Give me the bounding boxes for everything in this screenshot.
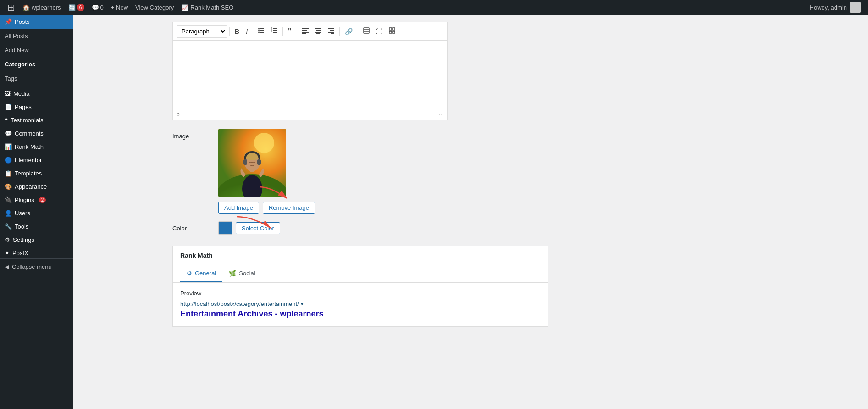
sidebar-item-pages[interactable]: 📄 Pages [0,99,73,112]
all-posts-label: All Posts [5,33,28,39]
url-dropdown-arrow[interactable]: ▾ [301,301,304,307]
color-section: Color Select Color [172,221,448,235]
comments-count: 0 [100,4,104,11]
new-item[interactable]: + New [107,0,132,15]
tab-general[interactable]: ⚙ General [180,265,222,282]
svg-rect-12 [302,28,309,29]
align-left-button[interactable] [299,26,311,37]
rank-math-sidebar-label: Rank Math [15,143,44,150]
svg-point-4 [258,30,260,32]
collapse-icon: ◀ [5,263,9,270]
preview-url: http://localhost/postx/category/entertai… [180,300,541,307]
fullscreen-button[interactable]: ⛶ [373,26,385,37]
sidebar-item-all-posts[interactable]: All Posts [0,29,73,43]
svg-rect-21 [330,30,334,31]
svg-rect-18 [315,32,321,33]
align-right-button[interactable] [325,26,337,37]
sidebar-item-templates[interactable]: 📋 Templates [0,165,73,179]
tab-social[interactable]: 🌿 Social [222,265,261,282]
sidebar-item-tags[interactable]: Tags [0,71,73,86]
ordered-list-button[interactable]: 123 [268,26,280,37]
sidebar-item-tools[interactable]: 🔧 Tools [0,218,73,232]
sidebar-item-categories[interactable]: Categories [0,57,73,71]
social-tab-label: Social [239,270,255,277]
svg-rect-22 [328,32,334,33]
sidebar: 📌 Posts All Posts Add New Categories Tag… [0,15,73,409]
sidebar-item-rank-math[interactable]: 📊 Rank Math [0,139,73,152]
svg-rect-1 [260,30,264,31]
collapse-menu-item[interactable]: ◀ Collapse menu [0,258,73,275]
color-label: Color [172,221,209,232]
sidebar-item-appearance[interactable]: 🎨 Appearance [0,179,73,192]
social-tab-icon: 🌿 [229,270,236,277]
users-icon: 👤 [5,210,12,217]
rank-math-sidebar-icon: 📊 [5,143,12,150]
align-center-button[interactable] [312,26,324,37]
admin-bar: ⊞ 🏠 wplearners 🔄 6 💬 0 + New View Catego… [0,0,868,15]
wp-layout: 📌 Posts All Posts Add New Categories Tag… [0,15,868,409]
color-content: Select Color [218,221,448,235]
svg-rect-30 [393,31,395,33]
wp-logo-item[interactable]: ⊞ [4,0,19,15]
sidebar-item-elementor[interactable]: 🔵 Elementor [0,152,73,165]
svg-rect-15 [302,33,306,34]
comments-item[interactable]: 💬 0 [88,0,107,15]
svg-rect-0 [260,28,264,29]
grid-button[interactable] [386,26,398,37]
site-icon: 🏠 [22,4,30,11]
toolbar-divider-2 [253,27,253,36]
editor-area[interactable] [172,40,448,109]
tags-label: Tags [5,75,17,82]
editor-toolbar: Paragraph B I 123 " [172,22,448,40]
editor-resize-handle[interactable]: ↔ [438,111,443,118]
sidebar-item-plugins[interactable]: 🔌 Plugins 2 [0,192,73,205]
sidebar-item-comments[interactable]: 💬 Comments [0,125,73,139]
settings-icon: ⚙ [5,236,10,243]
toolbar-divider-3 [282,27,283,36]
preview-url-text: http://localhost/postx/category/entertai… [180,300,299,307]
rank-math-seo-item[interactable]: 📈 Rank Math SEO [177,0,237,15]
updates-item[interactable]: 🔄 6 [65,0,88,15]
preview-title-rest: Archives - wplearners [236,309,323,318]
site-name-label: wplearners [32,4,61,11]
editor-statusbar: p ↔ [172,109,448,120]
paragraph-select[interactable]: Paragraph [177,25,227,38]
link-button[interactable]: 🔗 [342,26,355,37]
sidebar-item-add-new[interactable]: Add New [0,43,73,57]
bold-button[interactable]: B [232,26,242,37]
svg-rect-28 [393,28,395,30]
sidebar-item-users[interactable]: 👤 Users [0,205,73,218]
sidebar-item-settings[interactable]: ⚙ Settings [0,232,73,245]
preview-label: Preview [180,290,541,297]
site-name-item[interactable]: 🏠 wplearners [19,0,65,15]
rank-math-panel-header: Rank Math [173,246,548,265]
view-category-item[interactable]: View Category [132,0,177,15]
toolbar-divider-6 [358,27,358,36]
table-rows-button[interactable] [360,26,372,37]
howdy-admin-item[interactable]: Howdy, admin [806,0,864,15]
svg-text:3: 3 [271,31,272,33]
add-image-button[interactable]: Add Image [218,202,259,214]
testimonials-icon: ❝ [5,117,8,124]
tools-label: Tools [15,223,28,230]
select-color-button[interactable]: Select Color [236,222,280,234]
remove-image-button[interactable]: Remove Image [263,202,315,214]
color-swatch[interactable] [218,221,232,235]
unordered-list-button[interactable] [255,26,267,37]
image-buttons: Add Image Remove Image [218,202,448,214]
sidebar-item-postx[interactable]: ✦ PostX [0,245,73,258]
italic-button[interactable]: I [243,26,250,37]
sidebar-item-posts[interactable]: 📌 Posts [0,15,73,29]
rank-math-seo-label: Rank Math SEO [190,4,233,11]
comments-sidebar-label: Comments [15,130,44,137]
svg-point-3 [258,28,260,30]
content-wrapper: Paragraph B I 123 " [81,22,861,327]
updates-count: 6 [77,4,84,11]
view-category-label: View Category [135,4,174,11]
svg-rect-2 [260,32,264,33]
sidebar-item-media[interactable]: 🖼 Media [0,86,73,99]
sidebar-item-testimonials[interactable]: ❝ Testimonials [0,112,73,125]
preview-title: Entertainment Archives - wplearners [180,309,541,319]
blockquote-button[interactable]: " [285,26,294,38]
tools-icon: 🔧 [5,223,12,230]
